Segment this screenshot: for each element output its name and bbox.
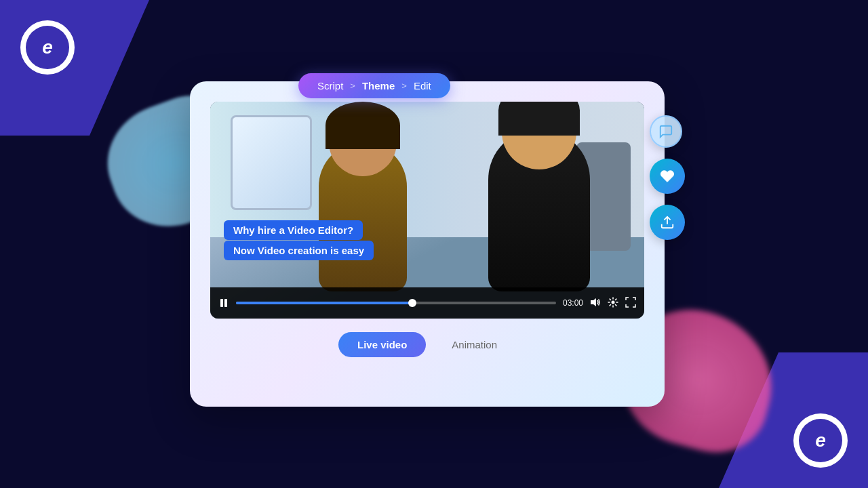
svg-point-3 <box>612 300 615 304</box>
fab-container <box>650 115 685 240</box>
breadcrumb-script[interactable]: Script <box>317 80 343 92</box>
share-button[interactable] <box>650 205 685 240</box>
video-time: 03:00 <box>563 298 583 308</box>
settings-button[interactable] <box>608 297 618 310</box>
live-video-tab[interactable]: Live video <box>338 332 426 357</box>
fullscreen-button[interactable] <box>625 297 636 310</box>
bg-corner-top-left <box>0 0 149 136</box>
progress-bar[interactable] <box>236 302 556 304</box>
logo-top-left: e <box>20 20 75 75</box>
logo-bottom-right: e <box>793 413 848 468</box>
breadcrumb-sep-2: > <box>401 81 407 91</box>
breadcrumb-sep-1: > <box>350 81 355 91</box>
svg-rect-1 <box>224 299 227 307</box>
main-card: Why hire a Video Editor? Now Video creat… <box>190 81 665 407</box>
breadcrumb-theme[interactable]: Theme <box>362 80 395 92</box>
logo-icon-top-left: e <box>26 26 69 69</box>
train-window <box>231 115 312 210</box>
video-background <box>210 102 644 319</box>
person-right <box>488 129 590 291</box>
volume-button[interactable] <box>590 297 601 310</box>
svg-marker-2 <box>591 298 596 306</box>
video-controls-bar: 03:00 <box>210 287 644 319</box>
progress-thumb[interactable] <box>408 299 416 307</box>
breadcrumb-edit[interactable]: Edit <box>414 80 431 92</box>
person-left <box>319 142 407 291</box>
progress-fill <box>236 302 412 304</box>
tab-buttons: Live video Animation <box>210 332 644 357</box>
pause-button[interactable] <box>218 298 229 308</box>
video-player[interactable]: Why hire a Video Editor? Now Video creat… <box>210 102 644 319</box>
like-button[interactable] <box>650 159 685 194</box>
comment-button[interactable] <box>650 115 682 148</box>
animation-tab[interactable]: Animation <box>433 332 516 357</box>
logo-icon-bottom-right: e <box>799 419 842 462</box>
subtitle-line-1: Why hire a Video Editor? <box>224 220 363 240</box>
subtitle-line-2: Now Video creation is easy <box>224 241 374 260</box>
breadcrumb-nav: Script > Theme > Edit <box>298 73 450 98</box>
svg-rect-0 <box>220 299 223 307</box>
